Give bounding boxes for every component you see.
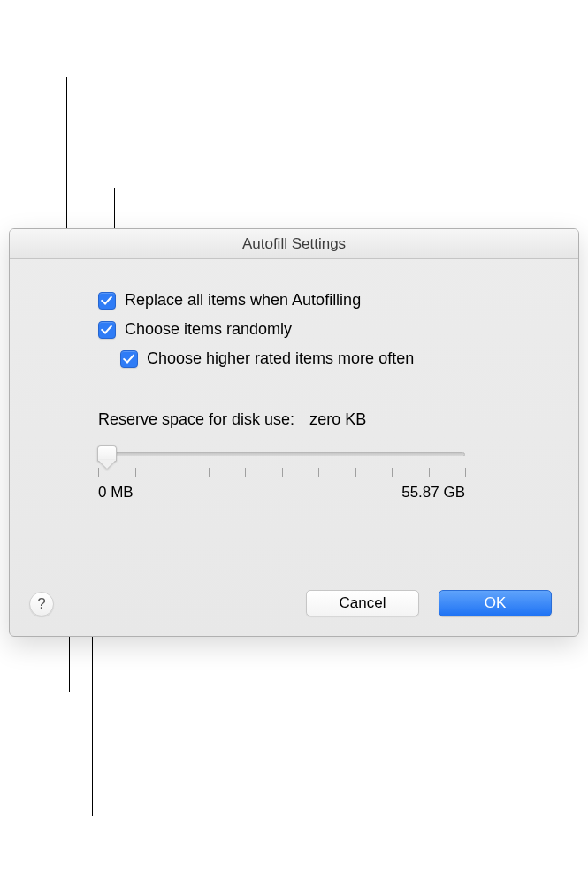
- slider-tick: [282, 468, 283, 477]
- dialog-button-row: Cancel OK: [306, 590, 552, 616]
- dialog-titlebar: Autofill Settings: [10, 229, 578, 259]
- slider-range-labels: 0 MB 55.87 GB: [98, 484, 465, 502]
- autofill-settings-dialog: Autofill Settings Replace all items when…: [9, 228, 579, 637]
- checkbox-choose-randomly[interactable]: [98, 321, 116, 339]
- reserve-label: Reserve space for disk use:: [98, 410, 294, 428]
- help-icon: ?: [37, 595, 45, 613]
- slider-tick: [355, 468, 356, 477]
- help-button[interactable]: ?: [29, 592, 54, 616]
- slider-tick: [465, 468, 466, 477]
- option-replace-all-row: Replace all items when Autofilling: [98, 291, 525, 310]
- dialog-title: Autofill Settings: [242, 235, 346, 253]
- cancel-button-label: Cancel: [340, 594, 386, 612]
- slider-min-label: 0 MB: [98, 484, 134, 502]
- slider-tick: [318, 468, 319, 477]
- slider-tick: [209, 468, 210, 477]
- slider-thumb[interactable]: [97, 445, 117, 466]
- ok-button-label: OK: [485, 594, 507, 612]
- label-replace-all: Replace all items when Autofilling: [125, 291, 361, 310]
- reserve-label-row: Reserve space for disk use: zero KB: [98, 410, 525, 429]
- ok-button[interactable]: OK: [439, 590, 552, 616]
- slider-tick: [172, 468, 172, 477]
- slider-max-label: 55.87 GB: [401, 484, 465, 502]
- dialog-content: Replace all items when Autofilling Choos…: [10, 259, 578, 502]
- reserve-value: zero KB: [309, 410, 366, 428]
- option-choose-randomly-row: Choose items randomly: [98, 320, 525, 339]
- label-choose-randomly: Choose items randomly: [125, 320, 292, 339]
- option-higher-rated-row: Choose higher rated items more often: [120, 349, 525, 368]
- slider-track: [98, 452, 465, 456]
- cancel-button[interactable]: Cancel: [306, 590, 419, 616]
- slider-tick: [245, 468, 246, 477]
- reserve-slider[interactable]: [98, 445, 465, 480]
- reserve-space-section: Reserve space for disk use: zero KB: [98, 410, 525, 502]
- slider-tick: [98, 468, 99, 477]
- checkbox-higher-rated[interactable]: [120, 350, 138, 368]
- checkbox-replace-all[interactable]: [98, 292, 116, 310]
- slider-tick: [392, 468, 393, 477]
- slider-tick: [429, 468, 430, 477]
- label-higher-rated: Choose higher rated items more often: [147, 349, 414, 368]
- slider-tick: [135, 468, 136, 477]
